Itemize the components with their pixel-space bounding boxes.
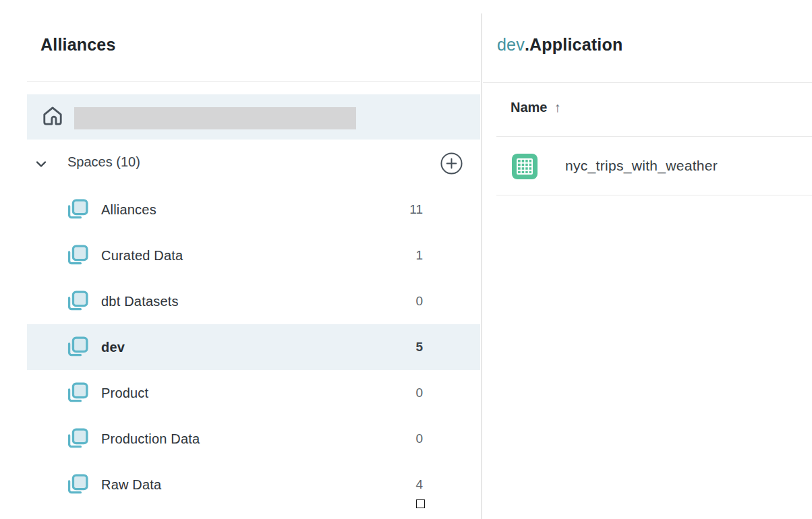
chevron-down-icon[interactable] — [34, 156, 49, 171]
table-icon — [511, 153, 538, 180]
space-item-count: 0 — [415, 386, 423, 400]
row-divider — [496, 195, 812, 195]
column-header-name[interactable]: Name↑ — [511, 100, 560, 120]
space-item-label: Product — [101, 386, 148, 401]
space-item-count: 0 — [415, 294, 423, 309]
sidebar: Alliances Spaces (10) — [0, 0, 481, 519]
space-icon — [65, 426, 90, 452]
space-item-label: Raw Data — [101, 477, 161, 493]
app-root: Alliances Spaces (10) — [0, 0, 812, 519]
space-item-label: Alliances — [101, 202, 156, 218]
sidebar-item-curated-data[interactable]: Curated Data 1 — [27, 233, 480, 278]
sidebar-item-dbt-datasets[interactable]: dbt Datasets 0 — [27, 278, 480, 324]
spaces-section-label[interactable]: Spaces (10) — [67, 154, 140, 170]
spaces-section-header: Spaces (10) — [27, 152, 480, 176]
home-item[interactable] — [27, 94, 480, 140]
space-item-count: 1 — [415, 248, 423, 263]
table-row[interactable]: nyc_trips_with_weather — [496, 137, 812, 195]
space-icon — [65, 334, 90, 360]
space-icon — [65, 380, 90, 406]
add-space-button[interactable] — [440, 152, 463, 175]
space-item-count: 11 — [409, 202, 423, 217]
space-item-count: 5 — [415, 340, 423, 355]
space-icon — [65, 472, 90, 497]
sidebar-item-dev[interactable]: dev 5 — [27, 324, 480, 370]
sidebar-item-product[interactable]: Product 0 — [27, 370, 480, 416]
sidebar-item-raw-data[interactable]: Raw Data 4 — [27, 462, 480, 508]
breadcrumb-space[interactable]: dev — [497, 35, 525, 54]
space-item-label: Production Data — [101, 431, 200, 447]
sidebar-title-divider — [27, 81, 480, 82]
space-item-label: dev — [101, 340, 125, 355]
space-icon — [65, 197, 90, 222]
space-icon — [65, 243, 90, 268]
panel-divider — [481, 13, 482, 519]
selection-artifact-square — [416, 499, 425, 508]
breadcrumb-separator: . — [525, 35, 529, 54]
dataset-name: nyc_trips_with_weather — [565, 158, 718, 174]
main-title-divider — [483, 82, 812, 83]
space-item-label: dbt Datasets — [101, 294, 179, 309]
space-item-count: 0 — [415, 431, 423, 446]
breadcrumb-title: dev.Application — [497, 35, 622, 55]
space-item-count: 4 — [415, 477, 423, 492]
sidebar-item-production-data[interactable]: Production Data 0 — [27, 416, 480, 462]
spaces-list: Alliances 11 Curated Data 1 — [27, 187, 480, 508]
breadcrumb-entity: Application — [529, 35, 622, 54]
home-label-placeholder — [74, 107, 356, 129]
space-item-label: Curated Data — [101, 248, 183, 264]
sidebar-title: Alliances — [40, 35, 116, 55]
sidebar-item-alliances[interactable]: Alliances 11 — [27, 187, 480, 233]
main-panel: dev.Application Name↑ nyc_trips_with_wea… — [483, 0, 812, 519]
space-icon — [65, 288, 90, 314]
sort-asc-icon: ↑ — [554, 100, 560, 115]
home-icon — [40, 104, 65, 129]
column-label: Name — [511, 100, 547, 115]
